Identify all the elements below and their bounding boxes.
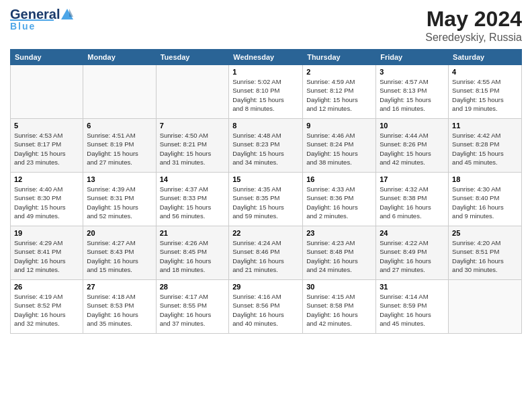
day-info: Sunrise: 4:59 AMSunset: 8:12 PMDaylight:… — [306, 77, 372, 113]
calendar-cell: 10Sunrise: 4:44 AMSunset: 8:26 PMDayligh… — [376, 119, 449, 173]
calendar-cell: 19Sunrise: 4:29 AMSunset: 8:41 PMDayligh… — [11, 226, 83, 280]
day-number: 5 — [14, 122, 79, 130]
calendar-cell: 21Sunrise: 4:26 AMSunset: 8:45 PMDayligh… — [156, 226, 229, 280]
day-info: Sunrise: 4:18 AMSunset: 8:53 PMDaylight:… — [87, 292, 152, 328]
day-number: 30 — [306, 283, 372, 291]
calendar-cell: 8Sunrise: 4:48 AMSunset: 8:23 PMDaylight… — [229, 119, 303, 173]
day-info: Sunrise: 4:24 AMSunset: 8:46 PMDaylight:… — [232, 238, 299, 274]
day-info: Sunrise: 4:17 AMSunset: 8:55 PMDaylight:… — [160, 292, 226, 328]
weekday-header: Sunday — [11, 50, 83, 65]
day-number: 4 — [452, 68, 518, 76]
calendar-cell: 7Sunrise: 4:50 AMSunset: 8:21 PMDaylight… — [156, 119, 229, 173]
day-number: 24 — [380, 229, 445, 237]
calendar-week-row: 5Sunrise: 4:53 AMSunset: 8:17 PMDaylight… — [11, 119, 522, 173]
calendar-cell: 12Sunrise: 4:40 AMSunset: 8:30 PMDayligh… — [11, 173, 83, 226]
calendar-cell: 24Sunrise: 4:22 AMSunset: 8:49 PMDayligh… — [376, 226, 449, 280]
calendar-title: May 2024 — [425, 7, 522, 32]
calendar-cell: 6Sunrise: 4:51 AMSunset: 8:19 PMDaylight… — [83, 119, 156, 173]
calendar-cell: 31Sunrise: 4:14 AMSunset: 8:59 PMDayligh… — [376, 280, 449, 334]
calendar-location: Seredeyskiy, Russia — [425, 32, 522, 44]
calendar-cell: 29Sunrise: 4:16 AMSunset: 8:56 PMDayligh… — [229, 280, 303, 334]
day-info: Sunrise: 4:19 AMSunset: 8:52 PMDaylight:… — [14, 292, 79, 328]
day-number: 8 — [232, 122, 299, 130]
calendar-cell: 25Sunrise: 4:20 AMSunset: 8:51 PMDayligh… — [449, 226, 522, 280]
logo-icon — [60, 7, 75, 22]
calendar-week-row: 26Sunrise: 4:19 AMSunset: 8:52 PMDayligh… — [11, 280, 522, 334]
day-number: 1 — [232, 68, 299, 76]
day-info: Sunrise: 4:48 AMSunset: 8:23 PMDaylight:… — [232, 131, 299, 167]
day-number: 13 — [87, 175, 152, 183]
calendar-cell: 4Sunrise: 4:55 AMSunset: 8:15 PMDaylight… — [449, 65, 522, 119]
day-info: Sunrise: 4:23 AMSunset: 8:48 PMDaylight:… — [306, 238, 372, 274]
calendar-cell: 9Sunrise: 4:46 AMSunset: 8:24 PMDaylight… — [303, 119, 376, 173]
weekday-header: Tuesday — [156, 50, 229, 65]
day-info: Sunrise: 4:44 AMSunset: 8:26 PMDaylight:… — [380, 131, 445, 167]
svg-marker-1 — [69, 9, 73, 17]
day-info: Sunrise: 4:57 AMSunset: 8:13 PMDaylight:… — [380, 77, 445, 113]
day-number: 29 — [232, 283, 299, 291]
weekday-header: Friday — [376, 50, 449, 65]
calendar-cell — [83, 65, 156, 119]
day-number: 15 — [232, 175, 299, 183]
calendar-cell: 14Sunrise: 4:37 AMSunset: 8:33 PMDayligh… — [156, 173, 229, 226]
weekday-header: Saturday — [449, 50, 522, 65]
day-info: Sunrise: 5:02 AMSunset: 8:10 PMDaylight:… — [232, 77, 299, 113]
calendar-cell: 1Sunrise: 5:02 AMSunset: 8:10 PMDaylight… — [229, 65, 303, 119]
day-info: Sunrise: 4:26 AMSunset: 8:45 PMDaylight:… — [160, 238, 226, 274]
day-number: 7 — [160, 122, 226, 130]
day-number: 21 — [160, 229, 226, 237]
day-number: 3 — [380, 68, 445, 76]
day-info: Sunrise: 4:55 AMSunset: 8:15 PMDaylight:… — [452, 77, 518, 113]
day-number: 26 — [14, 283, 79, 291]
day-info: Sunrise: 4:40 AMSunset: 8:30 PMDaylight:… — [14, 185, 79, 220]
calendar-cell: 20Sunrise: 4:27 AMSunset: 8:43 PMDayligh… — [83, 226, 156, 280]
calendar-cell: 27Sunrise: 4:18 AMSunset: 8:53 PMDayligh… — [83, 280, 156, 334]
day-number: 6 — [87, 122, 152, 130]
calendar-cell: 5Sunrise: 4:53 AMSunset: 8:17 PMDaylight… — [11, 119, 83, 173]
weekday-header: Thursday — [303, 50, 376, 65]
calendar-cell — [11, 65, 83, 119]
day-info: Sunrise: 4:51 AMSunset: 8:19 PMDaylight:… — [87, 131, 152, 167]
day-info: Sunrise: 4:42 AMSunset: 8:28 PMDaylight:… — [452, 131, 518, 167]
day-number: 28 — [160, 283, 226, 291]
day-info: Sunrise: 4:29 AMSunset: 8:41 PMDaylight:… — [14, 238, 79, 274]
calendar-week-row: 1Sunrise: 5:02 AMSunset: 8:10 PMDaylight… — [11, 65, 522, 119]
calendar-cell: 16Sunrise: 4:33 AMSunset: 8:36 PMDayligh… — [303, 173, 376, 226]
day-info: Sunrise: 4:33 AMSunset: 8:36 PMDaylight:… — [306, 185, 372, 220]
day-info: Sunrise: 4:35 AMSunset: 8:35 PMDaylight:… — [232, 185, 299, 220]
calendar-cell: 18Sunrise: 4:30 AMSunset: 8:40 PMDayligh… — [449, 173, 522, 226]
day-number: 9 — [306, 122, 372, 130]
day-number: 31 — [380, 283, 445, 291]
day-info: Sunrise: 4:32 AMSunset: 8:38 PMDaylight:… — [380, 185, 445, 220]
calendar-cell: 2Sunrise: 4:59 AMSunset: 8:12 PMDaylight… — [303, 65, 376, 119]
day-number: 20 — [87, 229, 152, 237]
day-number: 22 — [232, 229, 299, 237]
day-number: 2 — [306, 68, 372, 76]
day-number: 18 — [452, 175, 518, 183]
day-number: 10 — [380, 122, 445, 130]
logo: General Blue — [10, 7, 75, 32]
day-info: Sunrise: 4:15 AMSunset: 8:58 PMDaylight:… — [306, 292, 372, 328]
day-number: 12 — [14, 175, 79, 183]
day-info: Sunrise: 4:39 AMSunset: 8:31 PMDaylight:… — [87, 185, 152, 220]
day-number: 17 — [380, 175, 445, 183]
day-number: 27 — [87, 283, 152, 291]
calendar-cell — [449, 280, 522, 334]
calendar-cell: 11Sunrise: 4:42 AMSunset: 8:28 PMDayligh… — [449, 119, 522, 173]
day-info: Sunrise: 4:46 AMSunset: 8:24 PMDaylight:… — [306, 131, 372, 167]
day-info: Sunrise: 4:53 AMSunset: 8:17 PMDaylight:… — [14, 131, 79, 167]
day-info: Sunrise: 4:16 AMSunset: 8:56 PMDaylight:… — [232, 292, 299, 328]
logo-blue: Blue — [10, 21, 36, 32]
day-info: Sunrise: 4:30 AMSunset: 8:40 PMDaylight:… — [452, 185, 518, 220]
calendar-cell: 15Sunrise: 4:35 AMSunset: 8:35 PMDayligh… — [229, 173, 303, 226]
calendar-cell: 17Sunrise: 4:32 AMSunset: 8:38 PMDayligh… — [376, 173, 449, 226]
day-info: Sunrise: 4:14 AMSunset: 8:59 PMDaylight:… — [380, 292, 445, 328]
day-number: 16 — [306, 175, 372, 183]
day-number: 14 — [160, 175, 226, 183]
day-info: Sunrise: 4:20 AMSunset: 8:51 PMDaylight:… — [452, 238, 518, 274]
calendar-table: SundayMondayTuesdayWednesdayThursdayFrid… — [10, 49, 522, 334]
day-info: Sunrise: 4:27 AMSunset: 8:43 PMDaylight:… — [87, 238, 152, 274]
calendar-cell — [156, 65, 229, 119]
day-number: 23 — [306, 229, 372, 237]
day-number: 11 — [452, 122, 518, 130]
